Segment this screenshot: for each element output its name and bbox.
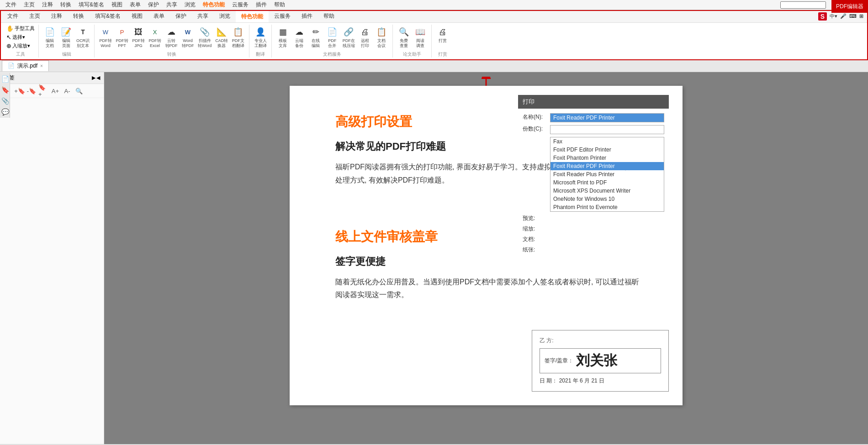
free-check-icon: 🔍 <box>397 26 410 38</box>
template-btn[interactable]: ▦ 模板文库 <box>275 25 291 49</box>
template-icon: ▦ <box>276 26 289 38</box>
printer-foxit-reader[interactable]: Foxit Reader PDF Printer <box>550 162 664 170</box>
doc-meeting-btn[interactable]: 📋 文档会议 <box>373 25 390 49</box>
tab-home[interactable]: 主页 <box>24 10 46 22</box>
doc-tab-close[interactable]: × <box>40 63 43 68</box>
edit-page-icon: 📝 <box>60 26 73 38</box>
sig-date-row: 日 期： 2021 年 6 月 21 日 <box>540 377 661 385</box>
pro-translate-btn[interactable]: 👤 专业人工翻译 <box>252 25 269 49</box>
menu-item-view[interactable]: 视图 <box>108 0 126 10</box>
printer-foxit-pdf-editor[interactable]: Foxit PDF Editor Printer <box>550 146 664 154</box>
sidebar-font-decrease-btn[interactable]: A- <box>62 86 72 96</box>
tab-annotate[interactable]: 注释 <box>46 10 68 22</box>
sidebar-icon-attachments[interactable]: 📎 <box>0 96 10 106</box>
tab-special[interactable]: 特色功能 <box>236 10 269 22</box>
menu-item-share[interactable]: 共享 <box>163 0 181 10</box>
online-edit-btn[interactable]: ✏ 在线编辑 <box>307 25 324 49</box>
lang-selector[interactable]: 中▾ <box>830 13 837 20</box>
menu-item-form[interactable]: 表单 <box>126 0 144 10</box>
menu-item-browse[interactable]: 浏览 <box>181 0 199 10</box>
scan-to-word-btn[interactable]: 📎 扫描件转Word <box>196 25 213 49</box>
menu-item-help[interactable]: 帮助 <box>270 0 289 10</box>
pdf-translate-btn[interactable]: 📋 PDF文档翻译 <box>230 25 246 49</box>
printer-phantom-evernote[interactable]: Phantom Print to Evernote <box>550 203 664 211</box>
menu-item-file[interactable]: 文件 <box>2 0 20 10</box>
tab-browse[interactable]: 浏览 <box>214 10 236 22</box>
tab-share[interactable]: 共享 <box>192 10 214 22</box>
sidebar-icon-comments[interactable]: 💬 <box>0 107 10 117</box>
reward-btn[interactable]: 🖨 打赏 <box>434 25 451 44</box>
zoom-tool-btn[interactable]: ⊕ 入缩放▾ <box>5 42 36 50</box>
tab-plugins[interactable]: 插件 <box>296 10 318 22</box>
sidebar-collapse-btn[interactable]: ◀ <box>96 75 100 81</box>
sidebar-icon-pages[interactable]: 📄 <box>0 74 10 84</box>
pdf-to-excel-btn[interactable]: X PDF转Excel <box>147 25 163 49</box>
pdf-compress-btn[interactable]: 🔗 PDF在线压缩 <box>340 25 357 49</box>
printer-ms-xps[interactable]: Microsoft XPS Document Writer <box>550 187 664 195</box>
printer-ms-pdf[interactable]: Microsoft Print to PDF <box>550 178 664 187</box>
print-dialog-title: 打印 <box>518 95 669 109</box>
word-to-pdf-btn[interactable]: W Word转PDF <box>180 25 196 49</box>
ocr-btn[interactable]: T OCR识别文本 <box>74 25 91 49</box>
hand-tool-btn[interactable]: ✋ 手型工具 <box>5 25 36 32</box>
cad-converter-btn[interactable]: 📐 CAD转换器 <box>213 25 230 49</box>
ocr-label: OCR识别文本 <box>76 38 90 48</box>
menu-item-convert[interactable]: 转换 <box>57 0 75 10</box>
pdf-merge-btn[interactable]: 📄 PDF合并 <box>324 25 340 49</box>
printer-onenote[interactable]: OneNote for Windows 10 <box>550 195 664 203</box>
printer-fax[interactable]: Fax <box>550 137 664 146</box>
select-tool-btn[interactable]: ↖ 选择▾ <box>5 33 36 41</box>
print-copies-input[interactable] <box>550 125 664 134</box>
keyboard-icon: ⌨ <box>849 13 857 19</box>
sidebar-expand-btn[interactable]: ▶ <box>92 75 95 81</box>
sig-value: 刘关张 <box>576 351 617 370</box>
tab-file[interactable]: 文件 <box>2 10 24 22</box>
online-edit-icon: ✏ <box>309 26 322 38</box>
pdf-editor-button[interactable]: PDF编辑器 <box>831 0 868 13</box>
sidebar-icon-bookmarks[interactable]: 🔖 <box>0 85 10 95</box>
cloud-convert-btn[interactable]: ☁ 云转转PDF <box>163 25 180 49</box>
free-check-btn[interactable]: 🔍 免费查重 <box>396 25 412 49</box>
doc-tab-label: 演示.pdf <box>17 62 37 70</box>
print-paper-label: 纸张: <box>523 246 550 254</box>
sidebar-child-bookmark-btn[interactable]: 🔖+ <box>38 86 48 96</box>
tab-help[interactable]: 帮助 <box>318 10 340 22</box>
doc-tab-演示pdf[interactable]: 📄 演示.pdf × <box>2 60 49 71</box>
remote-print-btn[interactable]: 🖨 远程打印 <box>357 25 373 49</box>
menu-item-home[interactable]: 主页 <box>20 0 38 10</box>
cloud-backup-btn[interactable]: ☁ 云端备份 <box>291 25 307 49</box>
tab-cloud[interactable]: 云服务 <box>269 10 296 22</box>
menu-item-cloud[interactable]: 云服务 <box>228 0 252 10</box>
tab-protect[interactable]: 保护 <box>170 10 192 22</box>
sidebar-remove-bookmark-btn[interactable]: -🔖 <box>26 86 37 96</box>
pdf-to-ppt-label: PDF转PPT <box>116 38 128 48</box>
sidebar-font-increase-btn[interactable]: A+ <box>50 86 60 96</box>
read-survey-btn[interactable]: 📖 阅读调查 <box>412 25 429 49</box>
translate-group-label: 翻译 <box>252 51 269 58</box>
printer-foxit-phantom[interactable]: Foxit Phantom Printer <box>550 154 664 162</box>
tab-form[interactable]: 表单 <box>148 10 170 22</box>
edit-doc-btn[interactable]: 📄 编辑文档 <box>42 25 58 49</box>
menu-item-protect[interactable]: 保护 <box>144 0 163 10</box>
pdf-to-word-btn[interactable]: W PDF转Word <box>97 25 114 49</box>
pdf-to-ppt-btn[interactable]: P PDF转PPT <box>114 25 130 49</box>
search-input[interactable] <box>780 1 826 9</box>
pdf-to-jpg-btn[interactable]: 🖼 PDF转JPG <box>130 25 147 49</box>
tab-convert[interactable]: 转换 <box>68 10 90 22</box>
tab-sign[interactable]: 填写&签名 <box>90 10 126 22</box>
menu-item-plugins[interactable]: 插件 <box>252 0 270 10</box>
sidebar-search-btn[interactable]: 🔍 <box>74 86 84 96</box>
section-sig-body: 随着无纸化办公应用普及。当遇到使用PDF文档中需要添加个人签名或者标识时, 可以… <box>335 276 646 302</box>
grid-icon: ⊞ <box>859 13 863 19</box>
menu-item-annotate[interactable]: 注释 <box>38 0 57 10</box>
edit-page-btn[interactable]: 📝 编辑页面 <box>58 25 74 49</box>
menu-item-sign[interactable]: 填写&签名 <box>75 0 108 10</box>
printer-foxit-plus[interactable]: Foxit Reader Plus Printer <box>550 170 664 178</box>
sidebar-add-bookmark-btn[interactable]: +🔖 <box>15 86 25 96</box>
menu-item-special[interactable]: 特色功能 <box>199 0 228 10</box>
pro-translate-icon: 👤 <box>254 26 267 38</box>
print-name-input[interactable]: Foxit Reader PDF Printer <box>550 113 664 122</box>
print-dialog: 打印 名称(N): Foxit Reader PDF Printer 份数(C)… <box>518 95 669 261</box>
edit-group: 📄 编辑文档 📝 编辑页面 T OCR识别文本 编辑 <box>39 25 95 58</box>
tab-view[interactable]: 视图 <box>126 10 148 22</box>
